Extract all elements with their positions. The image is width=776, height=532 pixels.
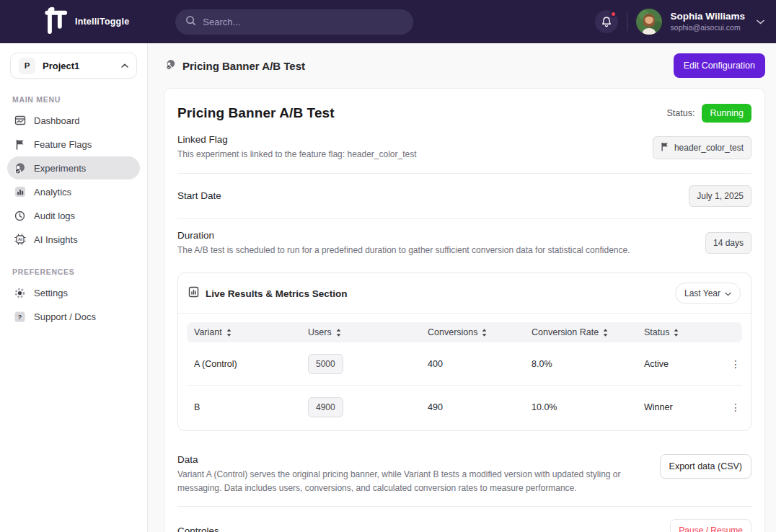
start-date-label: Start Date bbox=[177, 190, 221, 201]
user-meta[interactable]: Sophia Williams sophia@aisocui.com bbox=[671, 11, 745, 32]
sidebar-item-ai-insights[interactable]: AI AI Insights bbox=[7, 228, 140, 251]
global-search[interactable] bbox=[175, 9, 413, 35]
table-row: B 4900 490 10.0% Winner ⋮ bbox=[187, 386, 742, 429]
table-header-row: Variant Users Conversions Conversion Rat… bbox=[187, 322, 742, 342]
sidebar-item-support-docs[interactable]: ? Support / Docs bbox=[7, 305, 140, 328]
intellitoggle-logo-icon bbox=[42, 5, 69, 38]
sidebar-item-audit-logs[interactable]: Audit logs bbox=[7, 204, 140, 227]
start-date-value: July 1, 2025 bbox=[689, 185, 751, 207]
experiment-icon bbox=[14, 162, 26, 174]
search-icon bbox=[185, 15, 196, 29]
sidebar: P Project1 MAIN MENU Dashboard Feature F… bbox=[0, 43, 148, 532]
linked-flag-chip-label: header_color_test bbox=[674, 143, 744, 153]
svg-text:AI: AI bbox=[18, 237, 22, 241]
notification-dot bbox=[610, 11, 617, 17]
main-content: Pricing Banner A/B Test Edit Configurati… bbox=[148, 43, 776, 532]
data-label: Data bbox=[177, 454, 643, 465]
controls-label: Controles bbox=[177, 526, 219, 532]
duration-label: Duration bbox=[177, 230, 630, 241]
bell-icon bbox=[601, 16, 612, 28]
project-selector[interactable]: P Project1 bbox=[10, 53, 137, 79]
column-header-conversion-rate[interactable]: Conversion Rate bbox=[532, 327, 644, 337]
ai-chip-icon: AI bbox=[14, 234, 26, 245]
linked-flag-chip[interactable]: header_color_test bbox=[653, 136, 751, 159]
user-email: sophia@aisocui.com bbox=[671, 23, 745, 32]
sort-icon bbox=[336, 329, 341, 337]
experiment-icon bbox=[165, 59, 176, 73]
svg-text:?: ? bbox=[18, 314, 22, 321]
sort-icon bbox=[226, 329, 232, 337]
sort-icon bbox=[482, 329, 487, 337]
top-navbar: IntelliToggle bbox=[0, 0, 776, 43]
sidebar-item-dashboard[interactable]: Dashboard bbox=[7, 109, 140, 132]
column-header-variant[interactable]: Variant bbox=[194, 327, 308, 337]
duration-value: 14 days bbox=[705, 232, 751, 254]
linked-flag-description: This experiment is linked to the feature… bbox=[177, 148, 417, 161]
experiment-card: Pricing Banner A/B Test Status: Running … bbox=[164, 88, 765, 532]
dashboard-icon bbox=[14, 115, 26, 126]
column-header-conversions[interactable]: Conversions bbox=[428, 327, 532, 337]
brand-name: IntelliToggle bbox=[75, 17, 129, 27]
cell-status: Active bbox=[644, 359, 728, 369]
analytics-icon bbox=[14, 186, 26, 198]
metrics-table: Variant Users Conversions Conversion Rat… bbox=[178, 314, 751, 430]
flag-icon bbox=[14, 139, 26, 150]
start-date-row: Start Date July 1, 2025 bbox=[177, 174, 751, 219]
cell-rate: 8.0% bbox=[532, 359, 644, 369]
metrics-title: Live Results & Metrics Section bbox=[206, 288, 348, 299]
cell-variant: A (Control) bbox=[194, 359, 308, 369]
row-kebab-menu-icon[interactable]: ⋮ bbox=[728, 359, 744, 369]
clock-icon bbox=[14, 210, 26, 221]
user-menu-chevron-down-icon[interactable] bbox=[757, 19, 764, 25]
data-description: Variant A (Control) serves the original … bbox=[177, 468, 643, 495]
search-input[interactable] bbox=[203, 17, 403, 27]
duration-row: Duration The A/B test is scheduled to ru… bbox=[177, 219, 751, 267]
cell-conversions: 490 bbox=[428, 402, 532, 412]
cell-rate: 10.0% bbox=[532, 402, 644, 412]
edit-configuration-button[interactable]: Edit Configuration bbox=[674, 53, 765, 78]
column-header-users[interactable]: Users bbox=[308, 327, 428, 337]
brand: IntelliToggle bbox=[42, 5, 129, 38]
sidebar-item-feature-flags[interactable]: Feature Flags bbox=[7, 133, 140, 156]
experiment-title: Pricing Banner A/B Test bbox=[177, 105, 335, 121]
user-avatar[interactable] bbox=[636, 9, 662, 35]
sidebar-item-analytics[interactable]: Analytics bbox=[7, 180, 140, 203]
cell-status: Winner bbox=[644, 402, 728, 412]
range-selector-dropdown[interactable]: Last Year bbox=[675, 283, 741, 304]
project-name: Project1 bbox=[43, 61, 79, 71]
metrics-doc-icon bbox=[188, 286, 199, 301]
metrics-section: Live Results & Metrics Section Last Year… bbox=[177, 272, 751, 431]
sidebar-item-label: Support / Docs bbox=[34, 311, 96, 322]
pause-resume-button[interactable]: Pause / Resume bbox=[670, 519, 751, 532]
question-icon: ? bbox=[14, 311, 26, 322]
cell-conversions: 400 bbox=[428, 359, 532, 369]
chevron-up-icon bbox=[121, 63, 128, 68]
sidebar-item-label: Feature Flags bbox=[34, 139, 92, 150]
page-title: Pricing Banner A/B Test bbox=[182, 60, 305, 72]
sidebar-item-label: Audit logs bbox=[34, 210, 75, 221]
row-kebab-menu-icon[interactable]: ⋮ bbox=[728, 402, 744, 412]
project-initial-badge: P bbox=[19, 58, 35, 74]
sidebar-item-settings[interactable]: Settings bbox=[7, 281, 140, 304]
sidebar-item-label: Settings bbox=[34, 288, 68, 298]
user-name: Sophia Williams bbox=[671, 11, 745, 23]
linked-flag-label: Linked Flag bbox=[177, 134, 417, 145]
gear-icon bbox=[14, 288, 26, 298]
sort-icon bbox=[603, 329, 608, 337]
status-label: Status: bbox=[667, 108, 695, 118]
sort-icon bbox=[674, 329, 679, 337]
page-header: Pricing Banner A/B Test Edit Configurati… bbox=[148, 43, 776, 88]
linked-flag-row: Linked Flag This experiment is linked to… bbox=[177, 127, 751, 174]
notifications-button[interactable] bbox=[595, 10, 618, 33]
table-row: A (Control) 5000 400 8.0% Active ⋮ bbox=[187, 342, 742, 386]
cell-variant: B bbox=[194, 402, 308, 412]
cell-users-chip: 4900 bbox=[308, 397, 343, 417]
nav-divider bbox=[627, 12, 627, 31]
data-row: Data Variant A (Control) serves the orig… bbox=[177, 444, 751, 507]
section-label-main-menu: MAIN MENU bbox=[12, 95, 147, 104]
column-header-status[interactable]: Status bbox=[644, 327, 728, 337]
export-csv-button[interactable]: Export data (CSV) bbox=[660, 454, 751, 479]
duration-description: The A/B test is scheduled to run for a p… bbox=[177, 244, 630, 257]
status-badge: Running bbox=[702, 104, 751, 123]
sidebar-item-experiments[interactable]: Experiments bbox=[7, 156, 140, 179]
